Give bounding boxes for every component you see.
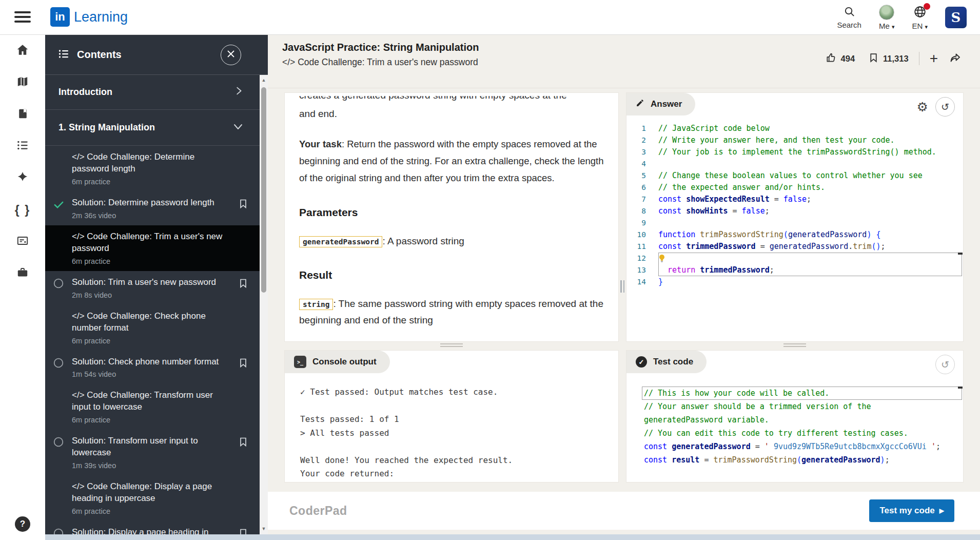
lesson-duration: 6m practice xyxy=(72,337,232,345)
bookmark-icon[interactable] xyxy=(232,356,254,379)
rail-sparkle-button[interactable] xyxy=(0,162,45,194)
bookmark-icon[interactable] xyxy=(232,435,254,470)
share-button[interactable] xyxy=(949,51,962,66)
lightbulb-icon[interactable] xyxy=(658,253,665,264)
contents-item-10[interactable]: </> Code Challenge: Display a page headi… xyxy=(45,475,260,521)
contents-item-7[interactable]: Solution: Check phone number format1m 54… xyxy=(45,351,260,384)
test-my-code-button[interactable]: Test my code▶ xyxy=(869,499,954,522)
rail-home-button[interactable] xyxy=(0,35,45,67)
language-menu[interactable]: EN ▾ xyxy=(912,5,928,30)
lesson-title: </> Code Challenge: Determine password l… xyxy=(72,151,232,175)
no-bookmark xyxy=(232,390,254,424)
line-number: 3 xyxy=(626,146,658,158)
contents-title: Contents xyxy=(77,49,122,61)
code-content: const showHints = false; xyxy=(658,205,963,217)
contents-scrollbar[interactable]: ▲ ▼ xyxy=(260,75,268,540)
current-line-group: // This is how your code will be called. xyxy=(626,387,963,400)
rail-certificate-button[interactable] xyxy=(0,226,45,258)
horizontal-scrollbar[interactable] xyxy=(45,534,980,540)
lesson-duration: 6m practice xyxy=(72,257,232,265)
main-area: JavaScript Practice: String Manipulation… xyxy=(268,35,980,540)
certificate-icon xyxy=(16,234,29,249)
notification-dot xyxy=(924,3,930,10)
rail-list-button[interactable] xyxy=(0,130,45,162)
top-navbar: in Learning Search Me ▾ EN ▾ S xyxy=(0,0,980,35)
contents-item-9[interactable]: Solution: Transform user input to lowerc… xyxy=(45,430,260,475)
lesson-duration: 2m 8s video xyxy=(72,291,232,299)
rail-book-button[interactable] xyxy=(0,99,45,130)
code-content: // Write your answer here, and then test… xyxy=(658,134,963,146)
no-bookmark xyxy=(232,231,254,265)
contents-section-1[interactable]: 1. String Manipulation xyxy=(45,110,260,146)
horizontal-splitter-right[interactable] xyxy=(783,343,806,349)
progress-circle-icon xyxy=(45,356,72,379)
bookmark-button[interactable] xyxy=(868,52,879,65)
scrollbar-thumb[interactable] xyxy=(261,87,266,293)
code-line-2: // Your answer should be a trimmed versi… xyxy=(626,400,963,413)
no-bookmark xyxy=(232,151,254,186)
contents-item-2[interactable]: </> Code Challenge: Determine password l… xyxy=(45,146,260,191)
vertical-splitter[interactable] xyxy=(620,280,624,293)
code-content: function trimPasswordString(generatedPas… xyxy=(658,229,963,241)
contents-list: Introduction1. String Manipulation</> Co… xyxy=(45,75,260,540)
add-button[interactable]: + xyxy=(930,53,938,64)
scroll-up-arrow[interactable]: ▲ xyxy=(260,76,268,84)
answer-tab[interactable]: Answer xyxy=(626,93,695,115)
code-content: // Your answer should be a trimmed versi… xyxy=(626,400,963,413)
reset-code-button[interactable]: ↺ xyxy=(935,97,955,117)
thumbs-up-icon xyxy=(825,52,837,66)
line-number: 13 xyxy=(626,264,658,276)
me-menu[interactable]: Me ▾ xyxy=(879,5,895,30)
line-number: 1 xyxy=(626,123,658,134)
no-icon xyxy=(45,311,72,345)
code-content xyxy=(658,253,963,264)
contents-item-6[interactable]: </> Code Challenge: Check phone number f… xyxy=(45,305,260,351)
chevron-down-icon xyxy=(232,120,244,135)
bookmark-icon[interactable] xyxy=(232,277,254,299)
test-code-editor[interactable]: // This is how your code will be called.… xyxy=(626,387,963,467)
horizontal-splitter-left[interactable] xyxy=(440,343,463,349)
bookmark-icon[interactable] xyxy=(232,197,254,220)
console-output-tab[interactable]: >_ Console output xyxy=(285,351,390,373)
search-button[interactable]: Search xyxy=(837,6,861,29)
code-line-5: 5// Change these boolean values to contr… xyxy=(626,170,963,182)
avatar xyxy=(879,5,894,20)
console-line: Your code returned: xyxy=(300,467,618,481)
close-contents-button[interactable] xyxy=(221,45,241,65)
reset-test-code-button[interactable]: ↺ xyxy=(935,355,955,374)
lesson-duration: 6m practice xyxy=(72,507,232,515)
rail-briefcase-button[interactable] xyxy=(0,258,45,290)
like-button[interactable] xyxy=(825,52,837,66)
contents-item-4-active[interactable]: </> Code Challenge: Trim a user's new pa… xyxy=(45,225,260,271)
contents-section-0[interactable]: Introduction xyxy=(45,75,260,110)
lesson-duration: 2m 36s video xyxy=(72,211,232,220)
console-line xyxy=(300,399,618,413)
code-content: // JavaScript code below xyxy=(658,123,963,134)
rail-map-button[interactable] xyxy=(0,67,45,99)
lesson-duration: 6m practice xyxy=(72,178,232,186)
linkedin-learning-logo[interactable]: in Learning xyxy=(50,7,128,27)
hamburger-menu-icon[interactable] xyxy=(14,11,31,24)
bookmark-count: 11,313 xyxy=(883,54,909,64)
settings-gear-icon[interactable]: ⚙ xyxy=(917,100,928,114)
play-icon: ▶ xyxy=(939,507,944,514)
briefcase-icon xyxy=(16,266,29,281)
search-icon xyxy=(844,6,855,19)
line-number: 8 xyxy=(626,205,658,217)
contents-item-5[interactable]: Solution: Trim a user's new password2m 8… xyxy=(45,271,260,305)
help-button[interactable]: ? xyxy=(15,516,30,532)
contents-item-3[interactable]: Solution: Determine password length2m 36… xyxy=(45,191,260,225)
scroll-down-arrow[interactable]: ▼ xyxy=(260,525,268,533)
answer-code-editor[interactable]: 1// JavaScript code below2// Write your … xyxy=(626,123,963,288)
code-content: const generatedPassword = ' 9vud9z9WTb5R… xyxy=(626,440,963,453)
test-code-tab[interactable]: ✓ Test code xyxy=(626,351,707,373)
home-icon xyxy=(16,43,29,59)
app-tile-s[interactable]: S xyxy=(945,7,967,28)
line-number: 12 xyxy=(626,253,658,264)
rail-braces-button[interactable]: { } xyxy=(0,194,45,226)
code-content: // You can edit this code to try differe… xyxy=(626,427,963,440)
contents-item-8[interactable]: </> Code Challenge: Transform user input… xyxy=(45,384,260,430)
linkedin-learning-app: in Learning Search Me ▾ EN ▾ S { } xyxy=(0,0,980,540)
progress-circle-icon xyxy=(45,435,72,470)
lesson-duration: 1m 54s video xyxy=(72,370,232,378)
